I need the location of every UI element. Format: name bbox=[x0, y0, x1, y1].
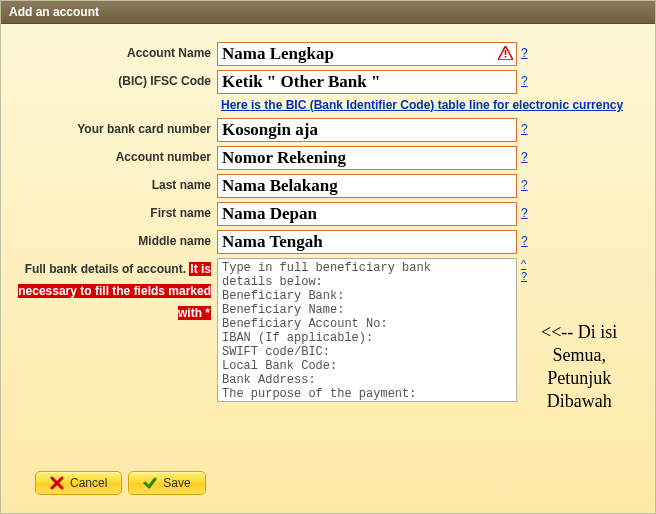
label-account-name: Account Name bbox=[11, 42, 217, 64]
side-annotation: <<-- Di isi Semua, Petunjuk Dibawah bbox=[541, 321, 617, 413]
label-acctno: Account number bbox=[11, 146, 217, 168]
help-last[interactable]: ? bbox=[521, 174, 528, 196]
help-ifsc[interactable]: ? bbox=[521, 70, 528, 92]
account-name-input[interactable] bbox=[217, 42, 517, 66]
details-caret[interactable]: ^ bbox=[521, 258, 527, 270]
help-first[interactable]: ? bbox=[521, 202, 528, 224]
label-details: Full bank details of account. It is nece… bbox=[11, 258, 217, 324]
help-details[interactable]: ? bbox=[521, 270, 527, 282]
label-last: Last name bbox=[11, 174, 217, 196]
bic-link[interactable]: Here is the BIC (Bank Identifier Code) t… bbox=[221, 98, 623, 112]
label-details-plain: Full bank details of account. bbox=[25, 262, 186, 276]
warning-icon bbox=[498, 46, 513, 60]
save-label: Save bbox=[163, 476, 190, 490]
middle-input[interactable] bbox=[217, 230, 517, 254]
cancel-button[interactable]: Cancel bbox=[35, 471, 122, 495]
help-middle[interactable]: ? bbox=[521, 230, 528, 252]
acctno-input[interactable] bbox=[217, 146, 517, 170]
svg-rect-0 bbox=[505, 50, 507, 55]
label-middle: Middle name bbox=[11, 230, 217, 252]
label-card: Your bank card number bbox=[11, 118, 217, 140]
cancel-icon bbox=[50, 476, 64, 490]
card-input[interactable] bbox=[217, 118, 517, 142]
details-textarea[interactable] bbox=[217, 258, 517, 402]
ifsc-input[interactable] bbox=[217, 70, 517, 94]
first-input[interactable] bbox=[217, 202, 517, 226]
dialog-title: Add an account bbox=[1, 1, 655, 24]
svg-rect-1 bbox=[505, 56, 507, 58]
save-button[interactable]: Save bbox=[128, 471, 205, 495]
last-input[interactable] bbox=[217, 174, 517, 198]
check-icon bbox=[143, 476, 157, 490]
help-card[interactable]: ? bbox=[521, 118, 528, 140]
label-ifsc: (BIC) IFSC Code bbox=[11, 70, 217, 92]
help-account-name[interactable]: ? bbox=[521, 42, 528, 64]
label-first: First name bbox=[11, 202, 217, 224]
cancel-label: Cancel bbox=[70, 476, 107, 490]
help-acctno[interactable]: ? bbox=[521, 146, 528, 168]
